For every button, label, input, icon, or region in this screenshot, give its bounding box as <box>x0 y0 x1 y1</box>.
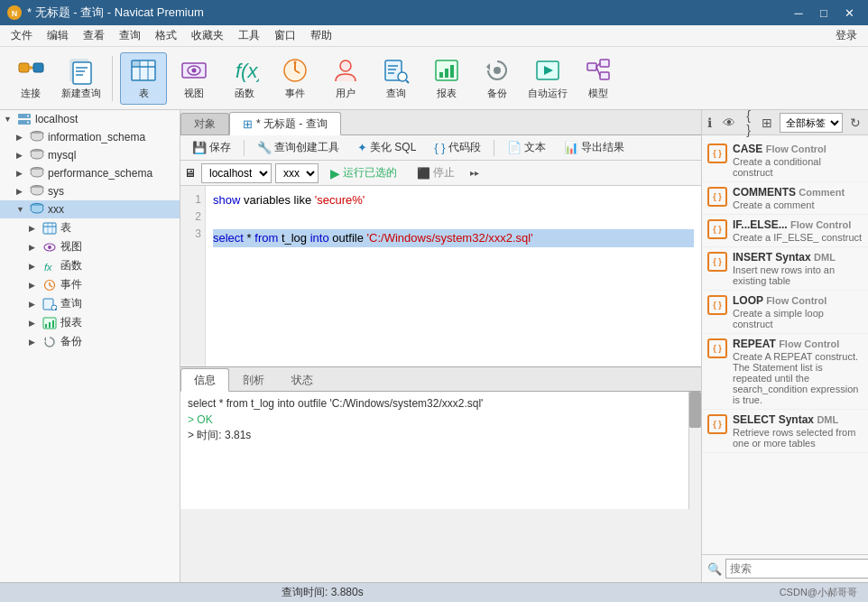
arrow-sys: ▶ <box>16 187 29 196</box>
save-button[interactable]: 💾 保存 <box>184 138 239 158</box>
query-builder-button[interactable]: 🔧 查询创建工具 <box>249 138 347 158</box>
tab-query[interactable]: ⊞ * 无标题 - 查询 <box>229 112 341 135</box>
svg-text:f(x): f(x) <box>235 60 259 82</box>
right-panel: ℹ 👁 { } ⊞ 全部标签 ↻ { } CASE Flow Control C… <box>701 110 868 582</box>
content-area: 对象 ⊞ * 无标题 - 查询 💾 保存 🔧 查询创建工具 ✦ 美化 SQL <box>180 110 701 582</box>
code-line-3: select * from t_log into outfile 'C:/Win… <box>213 229 694 248</box>
sidebar-item-tables[interactable]: ▶ 表 <box>0 218 180 237</box>
run-button[interactable]: ▶ 运行已选的 <box>322 162 405 183</box>
code-content[interactable]: show variables like 'secure%' select * f… <box>206 186 701 366</box>
query-icon <box>382 56 411 85</box>
new-query-button[interactable]: 新建查询 <box>58 52 105 105</box>
menu-favorites[interactable]: 收藏夹 <box>184 26 231 45</box>
menu-edit[interactable]: 编辑 <box>40 26 76 45</box>
server-icon <box>16 112 32 126</box>
result-tab-info[interactable]: 信息 <box>180 368 229 392</box>
export-button[interactable]: 📊 导出结果 <box>556 138 633 158</box>
func-icon-sidebar: fx <box>42 259 58 273</box>
tab-object[interactable]: 对象 <box>180 113 229 134</box>
snippet-icon-repeat: { } <box>707 338 727 358</box>
connect-button[interactable]: 连接 <box>7 52 54 105</box>
snippet-list: { } CASE Flow Control Create a condition… <box>702 135 868 554</box>
connect-label: 连接 <box>21 87 41 100</box>
snippet-icon-case: { } <box>707 144 727 163</box>
export-label: 导出结果 <box>581 140 624 155</box>
snippet-case[interactable]: { } CASE Flow Control Create a condition… <box>702 139 868 182</box>
menu-tools[interactable]: 工具 <box>231 26 267 45</box>
svg-rect-39 <box>587 63 596 70</box>
result-tab-status[interactable]: 状态 <box>278 369 327 391</box>
refresh-icon[interactable]: ↻ <box>846 114 864 132</box>
svg-rect-32 <box>439 72 443 78</box>
model-button[interactable]: 模型 <box>575 52 622 105</box>
view-button[interactable]: 视图 <box>171 52 217 105</box>
sql-editor[interactable]: 1 2 3 show variables like 'secure%' sele… <box>180 186 701 366</box>
eye-icon[interactable]: 👁 <box>719 114 739 132</box>
menu-file[interactable]: 文件 <box>4 26 40 45</box>
maximize-button[interactable]: □ <box>812 4 836 22</box>
snippet-insert[interactable]: { } INSERT Syntax DML Insert new rows in… <box>702 247 868 291</box>
sidebar-item-xxx[interactable]: ▼ xxx <box>0 200 180 218</box>
snippet-repeat[interactable]: { } REPEAT Flow Control Create A REPEAT … <box>702 334 868 410</box>
event-button[interactable]: 事件 <box>272 52 319 105</box>
search-input[interactable] <box>725 559 868 579</box>
new-query-icon <box>67 56 96 85</box>
result-scrollbar[interactable] <box>688 392 701 509</box>
autorun-button[interactable]: 自动运行 <box>524 52 571 105</box>
minimize-button[interactable]: ─ <box>787 4 810 22</box>
sidebar-item-mysql[interactable]: ▶ mysql <box>0 146 180 164</box>
svg-rect-2 <box>19 63 29 72</box>
func-button[interactable]: f(x) 函数 <box>221 52 268 105</box>
beautify-button[interactable]: ✦ 美化 SQL <box>349 138 424 158</box>
snippet-comments[interactable]: { } COMMENTS Comment Create a comment <box>702 182 868 215</box>
menu-login[interactable]: 登录 <box>836 28 864 43</box>
svg-text:fx: fx <box>44 262 52 273</box>
svg-rect-15 <box>132 60 140 67</box>
sidebar-item-events[interactable]: ▶ 事件 <box>0 275 180 294</box>
user-button[interactable]: 用户 <box>322 52 369 105</box>
tag-select[interactable]: 全部标签 <box>780 113 843 133</box>
menu-query[interactable]: 查询 <box>112 26 148 45</box>
result-tab-profile[interactable]: 剖析 <box>229 369 278 391</box>
sidebar-item-sys[interactable]: ▶ sys <box>0 182 180 200</box>
stop-icon: ⬛ <box>417 167 430 180</box>
sidebar-item-info-schema[interactable]: ▶ information_schema <box>0 128 180 146</box>
stop-button[interactable]: ⬛ 停止 <box>409 162 463 183</box>
menu-format[interactable]: 格式 <box>148 26 184 45</box>
sys-label: sys <box>48 185 64 198</box>
snippet-text-select: SELECT Syntax DML Retrieve rows selected… <box>733 413 863 449</box>
text-button[interactable]: 📄 文本 <box>499 138 554 158</box>
backup-button[interactable]: 备份 <box>474 52 521 105</box>
braces-icon[interactable]: { } <box>743 110 754 139</box>
svg-point-29 <box>398 72 407 81</box>
report-icon <box>432 56 461 85</box>
svg-text:N: N <box>12 9 18 18</box>
info-icon[interactable]: ℹ <box>704 114 716 132</box>
sidebar-item-reports[interactable]: ▶ 报表 <box>0 313 180 332</box>
grid-icon[interactable]: ⊞ <box>758 114 776 132</box>
table-icon <box>129 56 158 85</box>
menu-window[interactable]: 窗口 <box>267 26 303 45</box>
close-button[interactable]: ✕ <box>837 4 861 22</box>
codeseg-button[interactable]: { } 代码段 <box>426 138 488 158</box>
menu-view[interactable]: 查看 <box>76 26 112 45</box>
sidebar-item-perf-schema[interactable]: ▶ performance_schema <box>0 164 180 182</box>
query-button[interactable]: 查询 <box>373 52 420 105</box>
sidebar-item-queries[interactable]: ▶ 查询 <box>0 294 180 313</box>
host-select[interactable]: localhost <box>201 163 272 183</box>
result-content: select * from t_log into outfile 'C:/Win… <box>180 392 701 509</box>
snippet-text-case: CASE Flow Control Create a conditional c… <box>733 143 863 178</box>
report-button[interactable]: 报表 <box>423 52 470 105</box>
snippet-ifelse[interactable]: { } IF...ELSE... Flow Control Create a I… <box>702 215 868 247</box>
sidebar-item-backups[interactable]: ▶ 备份 <box>0 332 180 351</box>
reports-label: 报表 <box>60 315 82 330</box>
menu-help[interactable]: 帮助 <box>303 26 339 45</box>
db-select[interactable]: xxx <box>275 163 319 183</box>
snippet-loop[interactable]: { } LOOP Flow Control Create a simple lo… <box>702 291 868 334</box>
more-button[interactable]: ▸▸ <box>466 166 483 180</box>
sidebar-item-funcs[interactable]: ▶ fx 函数 <box>0 256 180 275</box>
table-button[interactable]: 表 <box>120 52 167 105</box>
sidebar-item-localhost[interactable]: ▼ localhost <box>0 110 180 128</box>
snippet-select[interactable]: { } SELECT Syntax DML Retrieve rows sele… <box>702 410 868 453</box>
sidebar-item-views[interactable]: ▶ 视图 <box>0 237 180 256</box>
